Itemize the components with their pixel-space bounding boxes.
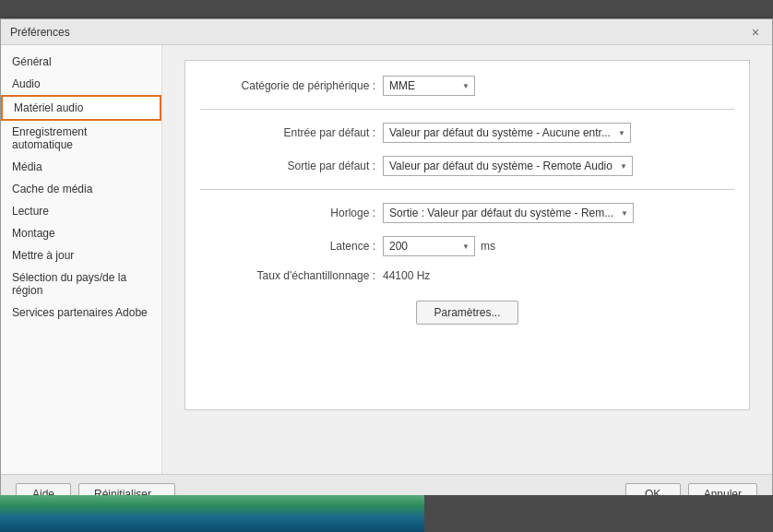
content-panel: Catégorie de périphérique : MME Entrée p… — [184, 60, 750, 410]
categorie-select[interactable]: MME — [383, 76, 475, 96]
entree-select[interactable]: Valeur par défaut du système - Aucune en… — [383, 123, 631, 143]
sidebar: Général Audio Matériel audio Enregistrem… — [1, 45, 162, 474]
sortie-select-wrapper: Valeur par défaut du système - Remote Au… — [383, 156, 633, 176]
horloge-select-wrapper: Sortie : Valeur par défaut du système - … — [383, 203, 634, 223]
parametres-button[interactable]: Paramètres... — [416, 301, 517, 325]
sidebar-item-montage[interactable]: Montage — [1, 222, 161, 244]
sidebar-item-lecture[interactable]: Lecture — [1, 200, 161, 222]
horloge-label: Horloge : — [200, 207, 375, 219]
waveform-empty — [424, 495, 773, 532]
separator-2 — [200, 189, 734, 190]
title-bar: Préférences × — [1, 19, 772, 45]
sidebar-item-selection-pays[interactable]: Sélection du pays/de la région — [1, 266, 161, 301]
sidebar-item-audio[interactable]: Audio — [1, 73, 161, 95]
waveform-filled — [0, 495, 424, 532]
horloge-row: Horloge : Sortie : Valeur par défaut du … — [200, 203, 734, 223]
sortie-label: Sortie par défaut : — [200, 160, 375, 172]
sidebar-item-enregistrement-auto[interactable]: Enregistrement automatique — [1, 121, 161, 156]
parametres-container: Paramètres... — [200, 301, 734, 325]
categorie-label: Catégorie de périphérique : — [200, 79, 375, 92]
latence-label: Latence : — [200, 240, 375, 253]
sidebar-item-general[interactable]: Général — [1, 51, 161, 73]
latence-unit: ms — [481, 240, 495, 253]
close-button[interactable]: × — [748, 25, 763, 40]
sortie-row: Sortie par défaut : Valeur par défaut du… — [200, 156, 734, 176]
dialog-title: Préférences — [10, 26, 70, 39]
sidebar-item-mettre-a-jour[interactable]: Mettre à jour — [1, 244, 161, 266]
sidebar-item-services-adobe[interactable]: Services partenaires Adobe — [1, 301, 161, 324]
entree-select-wrapper: Valeur par défaut du système - Aucune en… — [383, 123, 631, 143]
dialog-body: Général Audio Matériel audio Enregistrem… — [1, 45, 772, 474]
taux-row: Taux d'échantillonnage : 44100 Hz — [200, 269, 734, 282]
preferences-dialog: Préférences × Général Audio Matériel aud… — [0, 18, 773, 514]
taux-value: 44100 Hz — [383, 269, 430, 282]
horloge-select[interactable]: Sortie : Valeur par défaut du système - … — [383, 203, 634, 223]
categorie-row: Catégorie de périphérique : MME — [200, 76, 734, 96]
separator-1 — [200, 109, 734, 110]
sortie-select[interactable]: Valeur par défaut du système - Remote Au… — [383, 156, 633, 176]
sidebar-item-materiel-audio[interactable]: Matériel audio — [1, 95, 161, 121]
entree-row: Entrée par défaut : Valeur par défaut du… — [200, 123, 734, 143]
content-area: Catégorie de périphérique : MME Entrée p… — [162, 45, 772, 474]
latence-row: Latence : 200 ms — [200, 236, 734, 256]
entree-label: Entrée par défaut : — [200, 126, 375, 139]
waveform-container — [0, 495, 773, 532]
taux-label: Taux d'échantillonnage : — [200, 269, 375, 282]
latence-select-wrapper: 200 — [383, 236, 475, 256]
sidebar-item-media[interactable]: Média — [1, 156, 161, 178]
sidebar-item-cache-media[interactable]: Cache de média — [1, 178, 161, 200]
latence-select[interactable]: 200 — [383, 236, 475, 256]
categorie-select-wrapper: MME — [383, 76, 475, 96]
